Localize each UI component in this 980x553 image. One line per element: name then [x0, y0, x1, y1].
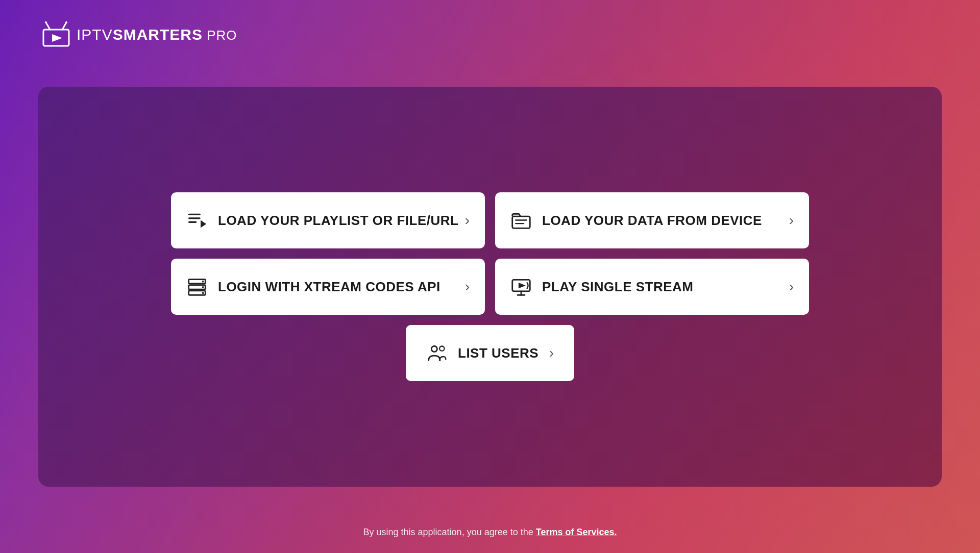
logo: IPTVSMARTERS PRO [41, 20, 237, 48]
main-card: LOAD YOUR PLAYLIST OR FILE/URL › LOAD YO… [38, 87, 942, 487]
chevron-right-icon: › [465, 212, 470, 229]
load-device-button[interactable]: LOAD YOUR DATA FROM DEVICE › [495, 192, 809, 248]
svg-point-18 [202, 292, 204, 294]
svg-point-16 [202, 281, 204, 283]
svg-marker-9 [201, 220, 206, 228]
load-playlist-label: LOAD YOUR PLAYLIST OR FILE/URL [218, 213, 458, 229]
svg-marker-22 [519, 283, 526, 288]
svg-rect-10 [512, 216, 530, 228]
svg-point-24 [439, 346, 444, 350]
svg-line-2 [62, 22, 66, 30]
center-button-row: LIST USERS › [171, 325, 809, 381]
svg-point-17 [202, 286, 204, 288]
xtream-icon [186, 276, 208, 297]
playlist-icon [186, 210, 208, 231]
load-playlist-button[interactable]: LOAD YOUR PLAYLIST OR FILE/URL › [171, 192, 485, 248]
svg-point-23 [431, 346, 437, 351]
users-icon [426, 342, 448, 364]
load-device-label: LOAD YOUR DATA FROM DEVICE [542, 213, 762, 229]
list-users-button[interactable]: LIST USERS › [406, 325, 574, 381]
device-icon [510, 210, 532, 231]
svg-point-4 [45, 21, 47, 23]
logo-text: IPTVSMARTERS PRO [77, 26, 237, 43]
stream-icon [510, 276, 532, 297]
footer: By using this application, you agree to … [0, 527, 980, 538]
logo-icon [41, 20, 71, 48]
svg-line-1 [46, 22, 50, 30]
login-xtream-label: LOGIN WITH XTREAM CODES API [218, 279, 440, 295]
chevron-right-icon-2: › [789, 212, 794, 229]
menu-grid: LOAD YOUR PLAYLIST OR FILE/URL › LOAD YO… [171, 192, 809, 315]
play-stream-label: PLAY SINGLE STREAM [542, 279, 694, 295]
svg-point-5 [65, 21, 67, 23]
play-stream-button[interactable]: PLAY SINGLE STREAM › [495, 259, 809, 315]
chevron-right-icon-4: › [789, 279, 794, 295]
login-xtream-button[interactable]: LOGIN WITH XTREAM CODES API › [171, 259, 485, 315]
chevron-right-icon-5: › [549, 345, 554, 361]
terms-link[interactable]: Terms of Services. [536, 527, 617, 537]
chevron-right-icon-3: › [465, 279, 470, 295]
list-users-label: LIST USERS [458, 345, 538, 361]
footer-text: By using this application, you agree to … [363, 527, 536, 537]
svg-marker-3 [52, 34, 62, 42]
